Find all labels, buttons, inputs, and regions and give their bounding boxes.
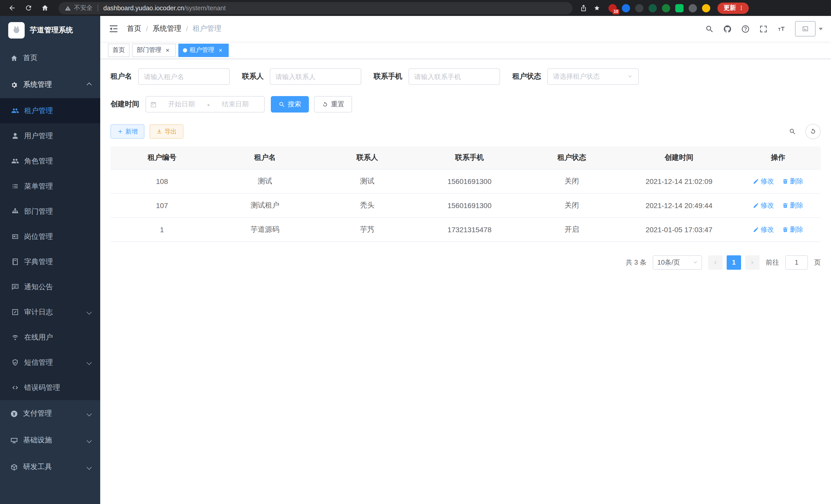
sidebar-item-label: 在线用户 [24, 333, 53, 342]
add-button[interactable]: 新增 [111, 124, 144, 139]
sidebar-group-payment-management[interactable]: 支付管理 [0, 400, 100, 427]
sidebar-group-dev-tools[interactable]: 研发工具 [0, 454, 100, 480]
toggle-search-button[interactable] [785, 124, 800, 139]
delete-link[interactable]: 删除 [782, 176, 803, 186]
extension-icon[interactable]: 10 [608, 4, 617, 12]
next-page-button[interactable] [745, 255, 760, 269]
sidebar-item-post-management[interactable]: 岗位管理 [0, 224, 100, 249]
bookmark-star-button[interactable] [590, 1, 603, 14]
tag-2[interactable]: 租户管理× [178, 43, 229, 57]
chevron-down-icon [627, 73, 633, 80]
edit-link[interactable]: 修改 [753, 225, 774, 234]
close-icon[interactable]: × [217, 47, 224, 54]
user-menu[interactable] [795, 21, 823, 36]
sidebar: 芋道管理系统 首页系统管理租户管理用户管理角色管理菜单管理部门管理岗位管理字典管… [0, 16, 100, 504]
tag-0[interactable]: 首页 [108, 43, 130, 57]
sidebar-item-home[interactable]: 首页 [0, 45, 100, 71]
sidebar-item-sms-management[interactable]: 短信管理 [0, 350, 100, 375]
breadcrumb-item[interactable]: 系统管理 [153, 24, 181, 33]
edit-icon [753, 202, 759, 208]
sidebar-item-online-users[interactable]: 在线用户 [0, 325, 100, 350]
column-header: 租户状态 [521, 146, 623, 169]
extension-icon[interactable] [635, 4, 643, 12]
page-unit-label: 页 [814, 258, 821, 267]
dept-icon [11, 208, 19, 215]
browser-menu-wrap[interactable] [738, 5, 745, 11]
sidebar-item-label: 岗位管理 [24, 232, 53, 241]
edit-link[interactable]: 修改 [753, 176, 774, 186]
delete-link[interactable]: 删除 [782, 201, 803, 210]
back-button[interactable] [5, 1, 19, 14]
warning-icon [65, 5, 71, 11]
delete-link[interactable]: 删除 [782, 225, 803, 234]
extension-icon[interactable] [689, 4, 697, 12]
sidebar-toggle-button[interactable] [109, 24, 119, 34]
browser-home-button[interactable] [38, 1, 51, 14]
sidebar-item-dept-management[interactable]: 部门管理 [0, 199, 100, 224]
browser-home-icon [41, 4, 49, 12]
edit-link[interactable]: 修改 [753, 201, 774, 210]
phone-input[interactable] [408, 68, 500, 85]
sidebar-item-audit-log[interactable]: 审计日志 [0, 299, 100, 325]
sidebar-item-error-code-management[interactable]: 错误码管理 [0, 375, 100, 400]
edit-icon [753, 226, 759, 233]
tool-icon [10, 463, 18, 471]
extension-icon[interactable] [662, 4, 670, 12]
contact-input[interactable] [270, 68, 361, 85]
refresh-table-button[interactable] [805, 124, 821, 139]
navbar-actions [705, 21, 823, 36]
address-bar[interactable]: 不安全 dashboard.yudao.iocoder.cn/system/te… [59, 2, 573, 14]
sidebar-item-notice-announcement[interactable]: 通知公告 [0, 274, 100, 299]
sidebar-item-dict-management[interactable]: 字典管理 [0, 249, 100, 274]
sidebar-item-label: 错误码管理 [24, 383, 60, 392]
close-icon[interactable]: × [164, 47, 171, 54]
prev-page-button[interactable] [708, 255, 722, 269]
tenant-name-input[interactable] [138, 68, 230, 85]
reload-button[interactable] [22, 1, 35, 14]
header-search-button[interactable] [705, 24, 714, 33]
breadcrumb-item[interactable]: 首页 [127, 24, 141, 33]
cell-tenant-id: 108 [111, 169, 213, 193]
extension-icon[interactable] [702, 4, 710, 12]
fullscreen-button[interactable] [759, 24, 768, 33]
create-time-range-picker[interactable]: 开始日期 - 结束日期 [145, 96, 265, 113]
cell-created: 2021-12-14 20:49:44 [623, 193, 736, 217]
docs-help-button[interactable] [741, 24, 750, 33]
sidebar-group-infrastructure[interactable]: 基础设施 [0, 427, 100, 454]
sidebar-item-tenant-management[interactable]: 租户管理 [0, 98, 100, 123]
delete-icon [782, 178, 789, 184]
app-shell: 芋道管理系统 首页系统管理租户管理用户管理角色管理菜单管理部门管理岗位管理字典管… [0, 16, 831, 504]
tag-label: 租户管理 [190, 46, 214, 55]
tenant-status-select[interactable]: 请选择租户状态 [547, 68, 639, 85]
table-row: 1芋道源码芋艿17321315478开启2021-01-05 17:03:47修… [111, 217, 821, 241]
logo[interactable]: 芋道管理系统 [0, 16, 100, 45]
extension-icon[interactable] [622, 4, 630, 12]
sidebar-group-system-management[interactable]: 系统管理 [0, 71, 100, 98]
search-icon [279, 101, 285, 108]
export-button[interactable]: 导出 [149, 124, 183, 139]
status-label: 租户状态 [512, 72, 541, 81]
cell-status: 关闭 [521, 193, 623, 217]
sidebar-item-role-management[interactable]: 角色管理 [0, 148, 100, 174]
cell-actions: 修改删除 [736, 193, 821, 217]
github-icon [723, 24, 732, 33]
page-number-1[interactable]: 1 [727, 255, 741, 269]
tag-1[interactable]: 部门管理× [132, 43, 176, 57]
extension-icon[interactable] [675, 4, 684, 12]
share-button[interactable] [577, 1, 590, 14]
sidebar-item-menu-management[interactable]: 菜单管理 [0, 174, 100, 199]
goto-page-input[interactable] [785, 255, 808, 269]
status-placeholder: 请选择租户状态 [553, 72, 600, 81]
reset-button-label: 重置 [331, 100, 344, 109]
extension-icon[interactable] [649, 4, 657, 12]
page-size-select[interactable]: 10条/页 [653, 255, 702, 269]
update-button[interactable]: 更新 [717, 2, 749, 13]
tenant-icon [11, 107, 19, 115]
sidebar-item-user-management[interactable]: 用户管理 [0, 123, 100, 148]
search-button[interactable]: 搜索 [271, 96, 309, 113]
cell-tenant-id: 107 [111, 193, 213, 217]
sidebar-group-label: 研发工具 [23, 463, 52, 472]
font-size-button[interactable] [777, 24, 786, 33]
github-button[interactable] [723, 24, 732, 33]
reset-button[interactable]: 重置 [314, 96, 352, 113]
